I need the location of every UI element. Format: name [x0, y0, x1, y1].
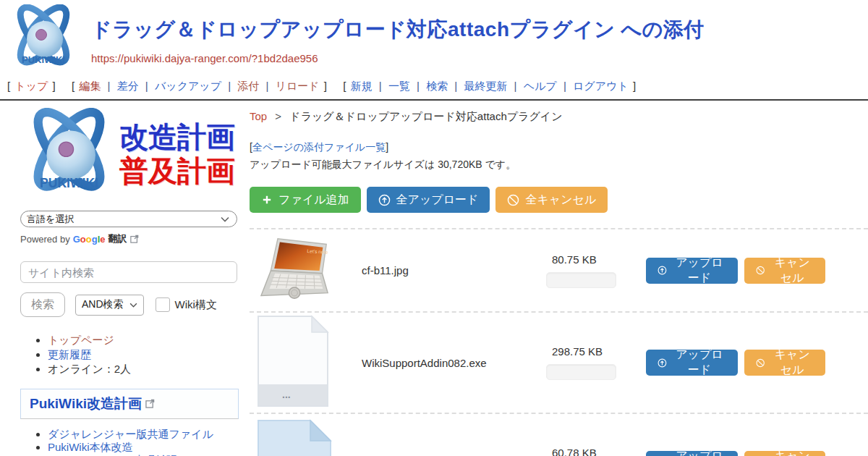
list-item: オンライン：2人 — [48, 362, 239, 376]
bracket: [ — [72, 80, 75, 92]
language-select[interactable]: 言語を選択 — [20, 211, 237, 227]
external-link-icon — [145, 399, 155, 408]
upload-circle-icon — [658, 264, 667, 276]
pukiwiki-logo[interactable]: PUKIWIKI — [7, 4, 80, 75]
file-size: 80.75 KB — [546, 253, 633, 266]
nav-link-diff[interactable]: 差分 — [117, 80, 139, 92]
svg-text:PUKIWIKI: PUKIWIKI — [22, 54, 65, 65]
nav-link-attach[interactable]: 添付 — [237, 80, 259, 92]
separator: | — [265, 80, 268, 92]
file-name: cf-b11.jpg — [362, 264, 546, 276]
wiki-syntax-checkbox[interactable] — [156, 297, 170, 312]
sidebar-link-body-mod[interactable]: PukiWiki本体改造 — [48, 441, 133, 453]
file-row: ... WikiSupportAddin082.exe 298.75 KB アッ… — [250, 311, 868, 413]
add-file-button[interactable]: ファイル追加 — [250, 187, 361, 213]
nav-link-edit[interactable]: 編集 — [79, 80, 101, 92]
sidebar-plugin-links: ダジャレンジャー版共通ファイル PukiWiki本体改造 PukiWikiテキス… — [48, 428, 239, 456]
powered-by-label: Powered by — [20, 234, 70, 245]
html-file-icon: </> — [257, 419, 332, 456]
separator: | — [145, 80, 148, 92]
google-letter: G — [73, 234, 80, 245]
chevron-down-icon — [129, 303, 137, 308]
cancel-button[interactable]: キャンセル — [744, 258, 825, 284]
wiki-syntax-label: Wiki構文 — [175, 298, 217, 312]
page-url[interactable]: https://pukiwiki.dajya-ranger.com/?1bd2d… — [91, 52, 705, 64]
upload-button[interactable]: アップロード — [646, 451, 738, 456]
google-letter: o — [80, 234, 86, 245]
chevron-down-icon — [221, 216, 229, 222]
nav-link-backup[interactable]: バックアップ — [155, 80, 221, 92]
upload-progress-bar — [546, 272, 616, 288]
nav-link-recent[interactable]: 最終更新 — [464, 80, 507, 92]
ban-icon — [507, 194, 519, 206]
nav-link-new[interactable]: 新規 — [351, 80, 373, 92]
breadcrumb-current-page: ドラッグ＆ドロップアップロード対応attachプラグイン — [289, 110, 562, 122]
separator: | — [563, 80, 566, 92]
google-letter: g — [92, 234, 98, 245]
sidebar-link-common-files[interactable]: ダジャレンジャー版共通ファイル — [48, 428, 213, 440]
max-filesize-text: アップロード可能最大ファイルサイズは 30,720KB です。 — [250, 159, 868, 172]
sidebar-link-pukiwiki-kaizo[interactable]: PukiWiki改造計画 — [30, 394, 142, 413]
sidebar-site-logo[interactable]: PUKIWIKI 改造計画 普及計画 — [20, 108, 239, 200]
external-link-icon — [130, 235, 139, 243]
file-row: Let's note cf-b11.jpg — [250, 228, 868, 311]
svg-text:...: ... — [282, 389, 291, 400]
cancel-button[interactable]: キャンセル — [744, 350, 825, 376]
atom-logo-icon: PUKIWIKI — [20, 108, 118, 200]
upload-circle-icon — [378, 194, 391, 206]
upload-all-button[interactable]: 全アップロード — [367, 187, 490, 213]
sidebar-link-history[interactable]: 更新履歴 — [48, 348, 91, 360]
site-search-input[interactable] — [20, 261, 237, 283]
upload-toolbar: ファイル追加 全アップロード 全キャンセル — [250, 187, 868, 213]
all-attachments-link[interactable]: 全ページの添付ファイル一覧 — [252, 141, 386, 153]
sidebar-link-toppage[interactable]: トップページ — [48, 334, 114, 346]
cancel-all-button[interactable]: 全キャンセル — [495, 187, 608, 213]
nav-link-top[interactable]: トップ — [14, 80, 48, 92]
main-content: Top > ドラッグ＆ドロップアップロード対応attachプラグイン [全ページ… — [250, 101, 868, 456]
bracket: [ — [343, 80, 346, 92]
sidebar-quick-links: トップページ 更新履歴 オンライン：2人 — [48, 333, 239, 376]
breadcrumb: Top > ドラッグ＆ドロップアップロード対応attachプラグイン — [250, 110, 868, 124]
search-button[interactable]: 検索 — [20, 292, 65, 317]
page-header: PUKIWIKI ドラッグ＆ドロップアップロード対応attachプラグイン への… — [0, 0, 868, 75]
separator: | — [379, 80, 382, 92]
search-mode-value: AND検索 — [82, 298, 124, 311]
separator: | — [514, 80, 517, 92]
upload-button[interactable]: アップロード — [646, 350, 738, 376]
nav-link-search[interactable]: 検索 — [426, 80, 448, 92]
nav-link-help[interactable]: ヘルプ — [524, 80, 557, 92]
file-name: WikiSupportAddin082.exe — [362, 357, 546, 369]
ban-icon — [756, 264, 765, 276]
list-item: トップページ — [48, 333, 239, 347]
powered-by-google: Powered by Google 翻訳 — [20, 232, 239, 245]
nav-link-reload[interactable]: リロード — [276, 80, 320, 92]
file-row: </> contents.html 60.78 KB アップロード — [250, 413, 868, 456]
plus-icon — [261, 194, 273, 206]
nav-link-logout[interactable]: ログアウト — [573, 80, 629, 92]
bracket: ] — [386, 141, 388, 153]
google-letter: e — [100, 234, 105, 245]
sidebar: PUKIWIKI 改造計画 普及計画 言語を選択 Powered by Goog… — [20, 101, 239, 456]
laptop-photo-thumbnail: Let's note — [257, 235, 333, 304]
bracket: ] — [633, 80, 636, 92]
breadcrumb-home-link[interactable]: Top — [250, 110, 267, 122]
file-size: 298.75 KB — [546, 345, 633, 358]
list-item: 更新履歴 — [48, 347, 239, 361]
generic-file-icon: ... — [257, 315, 329, 408]
logo-text-fukyu: 普及計画 — [119, 154, 235, 188]
bracket: ] — [53, 80, 56, 92]
google-logo-text: Google — [73, 234, 106, 245]
page-title: ドラッグ＆ドロップアップロード対応attachプラグイン への添付 — [91, 16, 705, 43]
online-count: オンライン：2人 — [48, 363, 131, 375]
logo-text-kaizo: 改造計画 — [119, 120, 235, 154]
separator: | — [417, 80, 420, 92]
bracket: [ — [7, 80, 10, 92]
search-mode-select[interactable]: AND検索 — [75, 295, 144, 316]
nav-link-list[interactable]: 一覧 — [388, 80, 410, 92]
cancel-button[interactable]: キャンセル — [744, 451, 825, 456]
sidebar-project-box: PukiWiki改造計画 — [20, 389, 239, 419]
ban-icon — [756, 357, 765, 369]
breadcrumb-separator: > — [275, 110, 281, 122]
upload-button[interactable]: アップロード — [646, 258, 738, 284]
separator: | — [454, 80, 457, 92]
